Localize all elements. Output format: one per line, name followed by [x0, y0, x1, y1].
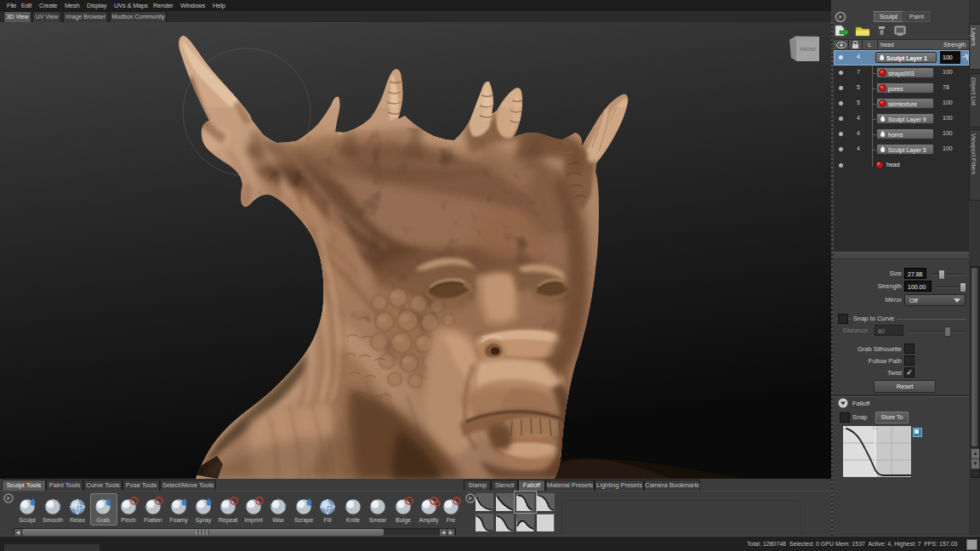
svg-text:FRONT: FRONT: [801, 47, 818, 52]
